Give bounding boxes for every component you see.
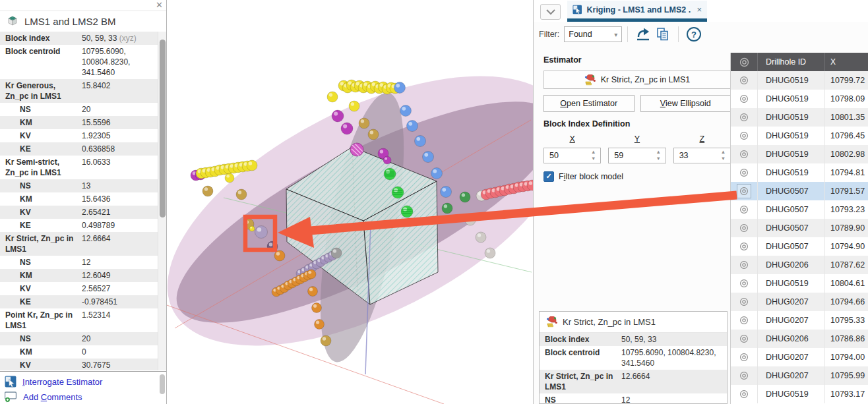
axis-x: X50▲▼ bbox=[543, 134, 601, 163]
detail-panel-title: Kr Strict, Zn_pc in LMS1 bbox=[563, 317, 656, 327]
visibility-cell[interactable] bbox=[731, 237, 758, 256]
collapse-panel-button[interactable] bbox=[540, 4, 561, 20]
table-row[interactable]: DHUG020610786.86 bbox=[731, 330, 868, 348]
export-button[interactable] bbox=[635, 26, 652, 43]
detail-panel-title-row: Kr Strict, Zn_pc in LMS1 bbox=[540, 312, 727, 333]
table-row[interactable]: DHUG051910793.17 bbox=[731, 385, 868, 403]
table-row[interactable]: DHUG020710795.99 bbox=[731, 366, 868, 385]
visibility-cell[interactable] bbox=[731, 219, 758, 237]
open-estimator-button[interactable]: Open Estimator bbox=[543, 95, 635, 112]
spinner-arrows[interactable]: ▲▼ bbox=[719, 150, 728, 161]
axis-x-spinner[interactable]: 50▲▼ bbox=[543, 148, 601, 163]
x-cell: 10789.90 bbox=[825, 219, 868, 237]
visibility-cell[interactable] bbox=[731, 385, 758, 403]
spinner-arrows[interactable]: ▲▼ bbox=[654, 150, 663, 161]
links-scrollbar-thumb[interactable] bbox=[160, 374, 165, 394]
table-row[interactable]: DHUG051910799.72 bbox=[731, 71, 868, 90]
property-row: KM0 bbox=[0, 345, 158, 359]
property-label: KM bbox=[0, 269, 79, 282]
open-estimator-label: Open Estimator bbox=[560, 99, 617, 108]
visibility-cell[interactable] bbox=[731, 71, 758, 90]
axis-z-spinner[interactable]: 33▲▼ bbox=[673, 148, 731, 163]
property-value: 1.92305 bbox=[79, 129, 158, 142]
visibility-cell[interactable] bbox=[731, 145, 758, 163]
spinner-arrows[interactable]: ▲▼ bbox=[589, 150, 598, 161]
visibility-cell[interactable] bbox=[731, 90, 758, 108]
property-value: 12 bbox=[619, 393, 727, 404]
table-row[interactable]: DHUG050710791.57 bbox=[731, 182, 868, 200]
drillhole-id-cell: DHUG0207 bbox=[758, 366, 825, 385]
property-row: NS12 bbox=[0, 256, 158, 269]
column-header-x[interactable]: X bbox=[825, 53, 868, 71]
copy-button[interactable] bbox=[654, 26, 671, 43]
table-row[interactable]: DHUG020610787.62 bbox=[731, 256, 868, 274]
link-interrogate-estimator[interactable]: Interrogate Estimator bbox=[0, 374, 166, 390]
x-cell: 10787.62 bbox=[825, 256, 868, 274]
table-row[interactable]: DHUG051910798.09 bbox=[731, 90, 868, 108]
visibility-cell[interactable] bbox=[731, 108, 758, 127]
property-suffix: (xyz) bbox=[117, 34, 136, 43]
axis-y-spinner[interactable]: 59▲▼ bbox=[608, 148, 666, 163]
table-row[interactable]: DHUG020710794.00 bbox=[731, 348, 868, 366]
3d-scene bbox=[167, 0, 533, 404]
visibility-cell[interactable] bbox=[731, 256, 758, 274]
property-row: KV2.56527 bbox=[0, 282, 158, 295]
tab-close-icon[interactable]: × bbox=[697, 5, 702, 14]
filter-dropdown[interactable]: Found ▾ bbox=[564, 26, 622, 42]
table-row[interactable]: DHUG020710795.33 bbox=[731, 311, 868, 330]
page-title: LMS1 and LMS2 BM bbox=[24, 16, 115, 27]
estimator-selector[interactable]: Kr Strict, Zn_pc in LMS1 bbox=[543, 71, 731, 89]
drillhole-id-cell: DHUG0206 bbox=[758, 330, 825, 348]
visibility-cell[interactable] bbox=[731, 293, 758, 311]
visibility-cell[interactable] bbox=[731, 311, 758, 330]
toolbar-separator bbox=[627, 26, 628, 42]
property-label: NS bbox=[0, 256, 79, 269]
eye-icon bbox=[739, 186, 749, 196]
interrogate-icon bbox=[573, 5, 582, 14]
3d-viewport[interactable] bbox=[167, 0, 533, 404]
visibility-cell[interactable] bbox=[731, 330, 758, 348]
visibility-cell[interactable] bbox=[731, 366, 758, 385]
view-ellipsoid-button[interactable]: View Ellipsoid bbox=[640, 95, 731, 112]
visibility-cell[interactable] bbox=[731, 182, 758, 200]
close-icon[interactable]: ✕ bbox=[156, 0, 163, 11]
table-row[interactable]: DHUG051910801.35 bbox=[731, 108, 868, 127]
property-row: NS12 bbox=[540, 393, 727, 404]
link-add-comments[interactable]: Add Comments bbox=[0, 390, 166, 404]
estimator-name: Kr Strict, Zn_pc in LMS1 bbox=[601, 75, 690, 84]
left-scrollbar[interactable] bbox=[158, 32, 166, 370]
eye-icon bbox=[739, 149, 749, 159]
eye-icon bbox=[739, 260, 749, 270]
table-row[interactable]: DHUG051910794.81 bbox=[731, 163, 868, 182]
eye-icon bbox=[739, 315, 749, 326]
tab-kriging[interactable]: Kriging - LMS1 and LMS2 ... × bbox=[567, 1, 707, 18]
property-row: Block index50, 59, 33 bbox=[540, 333, 727, 346]
filter-block-model-checkbox[interactable]: ✓ bbox=[543, 171, 554, 182]
table-row[interactable]: DHUG020710794.66 bbox=[731, 293, 868, 311]
visibility-cell[interactable] bbox=[731, 163, 758, 182]
property-label: KM bbox=[0, 345, 79, 359]
help-icon: ? bbox=[686, 26, 702, 42]
x-cell: 10786.86 bbox=[825, 330, 868, 348]
property-value: 2.56527 bbox=[79, 282, 158, 295]
x-cell: 10793.23 bbox=[825, 200, 868, 219]
table-row[interactable]: DHUG050710789.90 bbox=[731, 219, 868, 237]
axis-label: Y bbox=[608, 134, 666, 144]
column-header-drillhole-id[interactable]: Drillhole ID bbox=[758, 53, 825, 71]
visibility-cell[interactable] bbox=[731, 348, 758, 366]
visibility-cell[interactable] bbox=[731, 127, 758, 145]
property-label: Kr Strict, Zn_pc in LMS1 bbox=[540, 370, 619, 393]
help-button[interactable]: ? bbox=[685, 26, 702, 43]
property-value: 50, 59, 33 (xyz) bbox=[79, 32, 158, 45]
table-row[interactable]: DHUG051910796.45 bbox=[731, 127, 868, 145]
table-row[interactable]: DHUG050710794.90 bbox=[731, 237, 868, 256]
visibility-cell[interactable] bbox=[731, 200, 758, 219]
left-scrollbar-thumb[interactable] bbox=[160, 40, 166, 217]
visibility-column-header[interactable] bbox=[731, 53, 758, 71]
visibility-cell[interactable] bbox=[731, 274, 758, 293]
eye-icon bbox=[739, 204, 749, 215]
copy-icon bbox=[656, 27, 670, 42]
table-row[interactable]: DHUG051910802.98 bbox=[731, 145, 868, 163]
table-row[interactable]: DHUG050710793.23 bbox=[731, 200, 868, 219]
table-row[interactable]: DHUG051910804.61 bbox=[731, 274, 868, 293]
